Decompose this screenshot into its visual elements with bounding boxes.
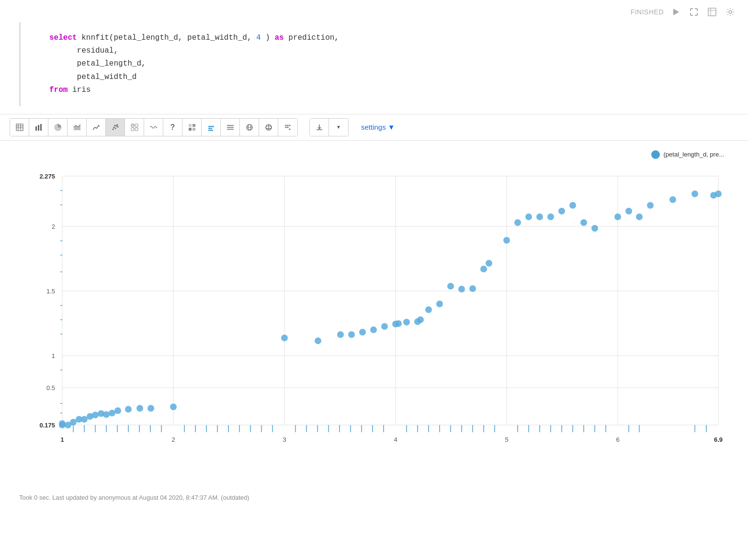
code-line-4: petal_width_d <box>49 71 719 84</box>
scatter-chart-svg: .axis-text { font-family: -apple-system,… <box>29 167 728 463</box>
svg-point-143 <box>103 411 110 418</box>
svg-point-44 <box>289 124 291 126</box>
svg-rect-30 <box>208 126 214 127</box>
svg-point-152 <box>337 331 344 338</box>
chart-area: .axis-text { font-family: -apple-system,… <box>29 167 728 463</box>
svg-point-171 <box>525 213 532 220</box>
run-button[interactable] <box>669 6 682 18</box>
globe1-button[interactable] <box>240 119 259 136</box>
svg-point-156 <box>381 323 388 330</box>
dots-button[interactable] <box>278 119 297 136</box>
scatter-plot-button[interactable] <box>106 119 125 136</box>
svg-text:3: 3 <box>283 436 286 443</box>
table-icon-button[interactable] <box>706 6 718 18</box>
chart-container: (petal_length_d, pre... .axis-text { fon… <box>0 141 748 482</box>
svg-text:0.5: 0.5 <box>46 384 55 392</box>
code-line-5: from iris <box>49 84 719 97</box>
svg-point-46 <box>287 126 289 128</box>
svg-text:1.5: 1.5 <box>46 288 55 295</box>
svg-point-18 <box>114 124 115 126</box>
svg-point-17 <box>117 126 118 127</box>
svg-rect-23 <box>135 128 138 131</box>
svg-point-14 <box>113 126 114 128</box>
table-view-button[interactable] <box>10 119 29 136</box>
keyword-select: select <box>49 34 77 42</box>
svg-point-144 <box>109 410 115 416</box>
globe2-button[interactable] <box>259 119 278 136</box>
svg-point-167 <box>480 266 487 272</box>
svg-point-19 <box>116 124 118 125</box>
svg-point-153 <box>348 331 355 338</box>
bar-chart-button[interactable] <box>29 119 48 136</box>
svg-marker-0 <box>673 9 679 15</box>
svg-point-182 <box>669 196 676 203</box>
svg-rect-29 <box>193 128 195 131</box>
lines-button[interactable] <box>221 119 240 136</box>
svg-point-148 <box>147 405 154 412</box>
svg-text:2.275: 2.275 <box>39 173 55 180</box>
svg-rect-21 <box>135 124 138 127</box>
line-chart-button[interactable] <box>87 119 106 136</box>
svg-point-161 <box>417 316 424 323</box>
svg-text:5: 5 <box>505 436 508 443</box>
bar2-button[interactable] <box>202 119 221 136</box>
svg-point-170 <box>514 219 521 226</box>
svg-rect-31 <box>208 128 212 129</box>
settings-button[interactable]: settings ▼ <box>355 120 401 134</box>
svg-rect-28 <box>189 128 192 131</box>
svg-point-150 <box>281 335 288 341</box>
svg-point-178 <box>614 213 621 220</box>
code-line-2: residual, <box>49 45 719 57</box>
svg-point-158 <box>395 320 402 327</box>
svg-point-155 <box>370 326 377 333</box>
svg-text:6: 6 <box>616 436 619 443</box>
footer: Took 0 sec. Last updated by anonymous at… <box>0 482 748 509</box>
svg-point-145 <box>114 407 121 414</box>
status-label: FINISHED <box>631 8 664 16</box>
legend-label: (petal_length_d, pre... <box>664 151 724 158</box>
svg-point-42 <box>285 124 287 126</box>
svg-point-164 <box>447 283 454 290</box>
svg-point-151 <box>315 337 321 344</box>
svg-point-176 <box>580 219 587 226</box>
svg-point-137 <box>70 419 77 426</box>
svg-point-4 <box>729 11 732 13</box>
area-chart-button[interactable] <box>68 119 87 136</box>
code-line-1: select knnfit(petal_length_d, petal_widt… <box>49 32 719 45</box>
svg-point-139 <box>81 416 88 423</box>
svg-rect-32 <box>208 130 213 131</box>
svg-point-47 <box>289 128 291 130</box>
download-dropdown-button[interactable]: ▼ <box>329 119 348 136</box>
svg-text:4: 4 <box>394 436 397 443</box>
pie-chart-button[interactable] <box>48 119 68 136</box>
keyword-from: from <box>49 86 68 94</box>
scatter-matrix-button[interactable] <box>125 119 144 136</box>
svg-point-159 <box>403 319 410 325</box>
svg-text:6.9: 6.9 <box>714 436 723 443</box>
legend-dot <box>651 150 660 159</box>
svg-text:1: 1 <box>52 352 55 359</box>
download-button[interactable] <box>310 119 329 136</box>
wave-chart-button[interactable] <box>144 119 163 136</box>
svg-point-168 <box>486 260 492 267</box>
svg-text:0.175: 0.175 <box>39 422 55 429</box>
svg-point-141 <box>92 412 99 418</box>
svg-point-177 <box>591 225 598 232</box>
code-line-3: petal_length_d, <box>49 57 719 70</box>
code-editor[interactable]: select knnfit(petal_length_d, petal_widt… <box>19 22 738 106</box>
chart-legend: (petal_length_d, pre... <box>19 150 734 159</box>
chart-toolbar: ? <box>0 114 748 141</box>
chart-type-buttons: ? <box>10 118 298 136</box>
svg-point-185 <box>710 192 717 199</box>
keyword-as: as <box>275 34 284 42</box>
svg-text:2: 2 <box>52 223 55 230</box>
help-button[interactable]: ? <box>163 119 182 136</box>
svg-rect-22 <box>131 128 134 131</box>
settings-gear-button[interactable] <box>724 6 737 18</box>
svg-point-165 <box>458 286 465 292</box>
svg-point-173 <box>547 213 554 220</box>
svg-point-172 <box>536 213 543 220</box>
expand-button[interactable] <box>688 6 700 18</box>
heatmap-button[interactable] <box>182 119 202 136</box>
svg-rect-27 <box>193 124 195 127</box>
